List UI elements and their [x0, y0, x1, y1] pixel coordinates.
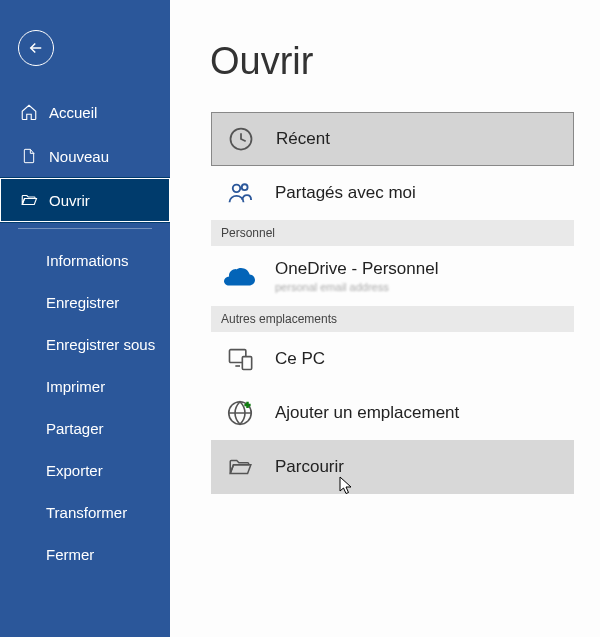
location-onedrive[interactable]: OneDrive - Personnel personal email addr…: [211, 246, 574, 306]
category-personal: Personnel: [211, 220, 574, 246]
sidebar: Accueil Nouveau Ouvrir Informations Enre…: [0, 0, 170, 637]
computer-icon: [223, 342, 257, 376]
home-icon: [19, 102, 39, 122]
file-icon: [19, 146, 39, 166]
location-recent[interactable]: Récent: [211, 112, 574, 166]
sidebar-item-label: Informations: [46, 252, 129, 269]
back-button[interactable]: [18, 30, 54, 66]
location-label: OneDrive - Personnel: [275, 259, 438, 279]
sidebar-item-info[interactable]: Informations: [0, 239, 170, 281]
location-list: Récent Partagés avec moi Personnel OneDr…: [210, 111, 575, 495]
sidebar-item-label: Transformer: [46, 504, 127, 521]
people-icon: [223, 176, 257, 210]
sidebar-item-saveas[interactable]: Enregistrer sous: [0, 323, 170, 365]
location-shared[interactable]: Partagés avec moi: [211, 166, 574, 220]
sidebar-item-open[interactable]: Ouvrir: [0, 178, 170, 222]
sidebar-item-label: Partager: [46, 420, 104, 437]
sidebar-item-label: Accueil: [49, 104, 97, 121]
svg-point-2: [242, 184, 248, 190]
sidebar-item-label: Exporter: [46, 462, 103, 479]
location-addplace[interactable]: Ajouter un emplacement: [211, 386, 574, 440]
sidebar-item-print[interactable]: Imprimer: [0, 365, 170, 407]
location-thispc[interactable]: Ce PC: [211, 332, 574, 386]
location-label: Partagés avec moi: [275, 183, 416, 203]
sidebar-item-label: Nouveau: [49, 148, 109, 165]
location-label: Ajouter un emplacement: [275, 403, 459, 423]
sidebar-item-save[interactable]: Enregistrer: [0, 281, 170, 323]
main-panel: Ouvrir Récent Partagés avec moi Personne…: [170, 0, 600, 637]
globe-plus-icon: [223, 396, 257, 430]
sidebar-item-transform[interactable]: Transformer: [0, 491, 170, 533]
sidebar-item-label: Fermer: [46, 546, 94, 563]
sidebar-separator: [18, 228, 152, 229]
category-other: Autres emplacements: [211, 306, 574, 332]
sidebar-item-label: Enregistrer sous: [46, 336, 155, 353]
mouse-cursor-icon: [339, 476, 355, 496]
location-browse[interactable]: Parcourir: [211, 440, 574, 494]
sidebar-item-new[interactable]: Nouveau: [0, 134, 170, 178]
sidebar-item-label: Imprimer: [46, 378, 105, 395]
folder-open-icon: [223, 450, 257, 484]
sidebar-item-label: Enregistrer: [46, 294, 119, 311]
location-sublabel: personal email address: [275, 281, 438, 293]
sidebar-item-close[interactable]: Fermer: [0, 533, 170, 575]
location-label: Parcourir: [275, 457, 344, 477]
sidebar-item-export[interactable]: Exporter: [0, 449, 170, 491]
folder-open-icon: [19, 190, 39, 210]
page-title: Ouvrir: [210, 40, 590, 83]
onedrive-icon: [223, 259, 257, 293]
location-label: Ce PC: [275, 349, 325, 369]
back-arrow-icon: [27, 39, 45, 57]
svg-rect-4: [242, 357, 251, 370]
location-label: Récent: [276, 129, 330, 149]
sidebar-item-label: Ouvrir: [49, 192, 90, 209]
sidebar-item-share[interactable]: Partager: [0, 407, 170, 449]
svg-point-1: [233, 185, 240, 192]
clock-icon: [224, 122, 258, 156]
sidebar-item-home[interactable]: Accueil: [0, 90, 170, 134]
